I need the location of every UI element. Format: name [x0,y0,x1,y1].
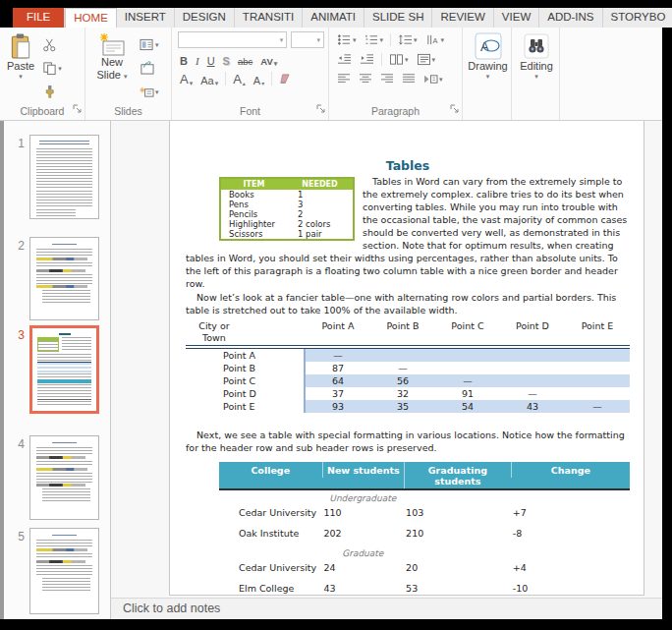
ribbon-tab-bar: FILE HOME INSERT DESIGN TRANSITI ANIMATI… [0,8,662,28]
paste-button[interactable]: Paste ▾ [4,31,37,105]
align-right-button[interactable] [378,71,396,86]
slide-number-5[interactable]: 5 [10,530,25,544]
line-spacing-caret-icon: ▾ [414,36,418,43]
format-painter-button[interactable] [40,82,64,101]
increase-font-size-button[interactable]: A▴ [231,71,248,86]
group-slides: New Slide ▾ ▾ [85,28,172,120]
divider [381,53,382,66]
tab-addins[interactable]: ADD-INS [539,8,602,28]
new-slide-caret-icon: ▾ [124,73,128,80]
slide-thumbnail-panel: 1 2 3 [0,121,111,619]
college-table-header: College New students Graduating students… [219,462,630,490]
font-color-button[interactable]: A▾ [178,71,195,86]
section-button[interactable]: ▾ [138,82,161,101]
drawing-icon: A [475,32,502,60]
drawing-button[interactable]: A Drawing ▾ [465,31,510,105]
table-row: Pencils2 [221,209,353,219]
special-formatting-paragraph[interactable]: Next, we see a table with special format… [186,429,630,454]
strikethrough-button[interactable]: abc [236,51,254,67]
decrease-font-size-button[interactable]: A▾ [252,71,266,86]
tab-view[interactable]: VIEW [494,8,539,28]
line-spacing-button[interactable]: ▾ [396,32,420,48]
tab-design[interactable]: DESIGN [175,8,235,28]
notes-placeholder[interactable]: Click to add notes [111,598,662,619]
tab-home[interactable]: HOME [65,8,117,28]
slide-layout-button[interactable]: ▾ [138,34,161,54]
align-center-button[interactable] [357,71,374,86]
table-row: Point C 6456— [186,374,630,387]
slide-thumbnail-1[interactable] [29,135,99,219]
distance-table-header: City or Town Point A Point B Point C Poi… [186,320,630,349]
font-size-caret-icon: ▾ [316,36,320,43]
tab-insert[interactable]: INSERT [117,8,175,28]
character-spacing-button[interactable]: AV▾ [258,51,279,67]
align-left-button[interactable] [335,71,353,86]
table-row: Cedar University2420+4 [219,559,630,580]
supplies-table[interactable]: ITEM NEEDED Books1 Pens3 Pencils2 Highli… [219,177,355,241]
ribbon: Paste ▾ ▾ [0,28,662,121]
slide-number-4[interactable]: 4 [10,437,25,451]
window-edge [0,121,4,619]
italic-button[interactable]: I [194,51,201,67]
reset-slide-button[interactable] [138,58,161,78]
distance-table[interactable]: City or Town Point A Point B Point C Poi… [186,320,630,413]
font-dialog-launcher-icon[interactable] [316,99,325,117]
editing-button[interactable]: Editing ▾ [517,31,556,105]
bullets-button[interactable]: ▾ [335,32,359,48]
text-direction-button[interactable]: A ▾ [423,32,447,48]
justify-button[interactable] [400,71,418,86]
svg-text:A: A [480,39,489,54]
tab-review[interactable]: REVIEW [432,8,493,28]
group-font: ▾ ▾ B I U S abc AV▾ A▾ Aa▾ [172,28,329,120]
slide-thumbnail-3[interactable] [29,325,99,414]
table-row: Point B 87— [186,362,630,374]
college-table[interactable]: College New students Graduating students… [219,462,630,596]
slide-3-canvas[interactable]: Tables ITEM NEEDED Books1 Pens3 Pencils2… [169,121,644,596]
clear-formatting-eraser-icon[interactable] [277,73,292,86]
slide-number-3[interactable]: 3 [10,328,25,342]
numbering-button[interactable]: ▾ [363,32,386,48]
font-color-caret-icon: ▾ [190,80,194,86]
divider [390,33,391,46]
tab-storyboarding[interactable]: STORYBO [603,8,672,28]
new-slide-button[interactable]: New Slide ▾ [89,31,135,105]
subheader-graduate: Graduate [219,545,630,559]
bold-button[interactable]: B [178,51,190,67]
underline-button[interactable]: U [205,51,217,67]
columns-button[interactable]: ▾ [387,52,411,68]
font-name-combobox[interactable]: ▾ [178,31,287,48]
copy-button[interactable]: ▾ [40,58,64,78]
drawing-label: Drawing [468,60,507,73]
fancier-table-paragraph[interactable]: Now let’s look at a fancier table—one wi… [186,291,630,316]
new-slide-icon [98,32,126,56]
paragraph-dialog-launcher-icon[interactable] [450,99,459,117]
group-editing: Editing ▾ [512,28,560,120]
find-binoculars-icon [523,32,550,60]
slide-thumbnail-2[interactable] [29,237,99,320]
tab-file[interactable]: FILE [13,8,65,28]
tab-slideshow[interactable]: SLIDE SH [364,8,432,28]
slide-heading[interactable]: Tables [186,158,630,173]
tab-animations[interactable]: ANIMATI [303,8,364,28]
slide-thumbnail-4[interactable] [29,435,99,520]
convert-to-smartart-button[interactable]: ▾ [421,71,445,86]
slide-number-1[interactable]: 1 [10,137,25,150]
text-shadow-button[interactable]: S [221,51,232,67]
align-text-button[interactable]: ▾ [415,52,438,68]
clipboard-dialog-launcher-icon[interactable] [73,99,82,117]
ribbon-spacer [560,28,662,120]
drawing-caret-icon: ▾ [486,73,490,80]
font-size-combobox[interactable]: ▾ [291,31,324,48]
paste-label: Paste [7,60,34,73]
slide-thumbnail-5[interactable] [29,528,99,614]
supplies-header-item: ITEM [221,179,287,190]
change-case-button[interactable]: Aa▾ [198,71,220,86]
supplies-header-needed: NEEDED [287,179,353,190]
cut-button[interactable] [40,34,64,54]
table-row: Scissors1 pair [221,229,353,239]
increase-indent-button[interactable] [358,52,376,68]
slide-number-2[interactable]: 2 [10,239,25,253]
layout-caret-icon: ▾ [155,41,159,48]
decrease-indent-button[interactable] [335,52,354,68]
tab-transitions[interactable]: TRANSITI [235,8,303,28]
